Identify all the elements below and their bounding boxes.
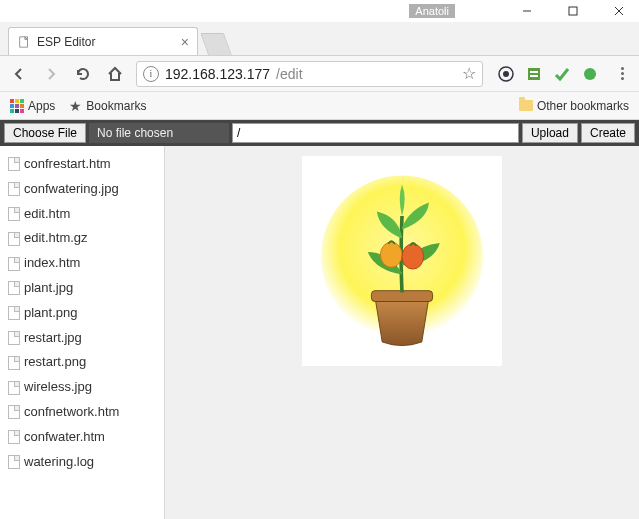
bookmarks-bar: Apps ★ Bookmarks Other bookmarks (0, 92, 639, 120)
star-icon: ★ (69, 98, 82, 114)
content-pane (165, 146, 639, 519)
file-name: confrestart.htm (24, 154, 111, 175)
file-name: index.htm (24, 253, 80, 274)
file-item[interactable]: index.htm (0, 251, 164, 276)
plant-illustration (312, 166, 492, 356)
svg-point-7 (584, 68, 596, 80)
extension-icon-2[interactable] (525, 65, 543, 83)
file-name: edit.htm (24, 204, 70, 225)
file-icon (8, 405, 20, 419)
apps-shortcut[interactable]: Apps (10, 99, 55, 113)
folder-icon (519, 100, 533, 111)
bookmark-star-icon[interactable]: ☆ (462, 64, 476, 83)
file-item[interactable]: watering.log (0, 450, 164, 475)
browser-menu-button[interactable] (613, 67, 631, 80)
file-icon (8, 306, 20, 320)
file-item[interactable]: confnetwork.htm (0, 400, 164, 425)
tab-favicon-page-icon (17, 35, 31, 49)
file-item[interactable]: plant.jpg (0, 276, 164, 301)
file-icon (8, 455, 20, 469)
choose-file-button[interactable]: Choose File (4, 123, 86, 143)
file-icon (8, 430, 20, 444)
editor-toolbar: Choose File No file chosen Upload Create (0, 120, 639, 146)
browser-tab[interactable]: ESP Editor × (8, 27, 198, 55)
file-icon (8, 157, 20, 171)
file-item[interactable]: confwatering.jpg (0, 177, 164, 202)
create-button[interactable]: Create (581, 123, 635, 143)
svg-rect-4 (528, 68, 540, 80)
svg-point-3 (503, 71, 509, 77)
window-maximize-button[interactable] (559, 1, 587, 21)
svg-rect-5 (530, 71, 538, 73)
apps-grid-icon (10, 99, 24, 113)
back-button[interactable] (8, 63, 30, 85)
apps-label: Apps (28, 99, 55, 113)
file-chosen-status: No file chosen (89, 123, 229, 143)
file-name: edit.htm.gz (24, 228, 88, 249)
file-item[interactable]: confrestart.htm (0, 152, 164, 177)
file-item[interactable]: edit.htm.gz (0, 226, 164, 251)
window-titlebar: Anatoli (0, 0, 639, 22)
extension-icon-4[interactable] (581, 65, 599, 83)
window-minimize-button[interactable] (513, 1, 541, 21)
file-item[interactable]: plant.png (0, 301, 164, 326)
editor-main: confrestart.htm confwatering.jpg edit.ht… (0, 146, 639, 519)
svg-rect-0 (569, 7, 577, 15)
file-name: watering.log (24, 452, 94, 473)
upload-button[interactable]: Upload (522, 123, 578, 143)
file-icon (8, 281, 20, 295)
forward-button[interactable] (40, 63, 62, 85)
extension-icon-3[interactable] (553, 65, 571, 83)
bookmarks-label: Bookmarks (86, 99, 146, 113)
other-bookmarks[interactable]: Other bookmarks (519, 99, 629, 113)
window-close-button[interactable] (605, 1, 633, 21)
file-item[interactable]: confwater.htm (0, 425, 164, 450)
file-icon (8, 356, 20, 370)
image-preview (302, 156, 502, 366)
tab-strip: ESP Editor × (0, 22, 639, 56)
file-name: plant.png (24, 303, 78, 324)
file-name: wireless.jpg (24, 377, 92, 398)
file-list-sidebar: confrestart.htm confwatering.jpg edit.ht… (0, 146, 165, 519)
site-info-icon[interactable]: i (143, 66, 159, 82)
address-bar[interactable]: i 192.168.123.177/edit ☆ (136, 61, 483, 87)
file-icon (8, 257, 20, 271)
file-item[interactable]: edit.htm (0, 202, 164, 227)
path-input[interactable] (232, 123, 519, 143)
extension-icons (493, 65, 603, 83)
browser-toolbar: i 192.168.123.177/edit ☆ (0, 56, 639, 92)
file-item[interactable]: restart.png (0, 350, 164, 375)
tab-close-icon[interactable]: × (181, 35, 189, 49)
bookmarks-folder[interactable]: ★ Bookmarks (69, 98, 146, 114)
svg-point-11 (402, 244, 424, 269)
file-name: plant.jpg (24, 278, 73, 299)
svg-rect-6 (530, 75, 538, 77)
file-icon (8, 381, 20, 395)
file-icon (8, 331, 20, 345)
reload-button[interactable] (72, 63, 94, 85)
file-name: restart.jpg (24, 328, 82, 349)
svg-point-10 (380, 242, 402, 267)
extension-icon-1[interactable] (497, 65, 515, 83)
new-tab-button[interactable] (200, 33, 232, 55)
file-icon (8, 207, 20, 221)
file-name: confwater.htm (24, 427, 105, 448)
file-name: confnetwork.htm (24, 402, 119, 423)
url-path: /edit (276, 66, 302, 82)
other-bookmarks-label: Other bookmarks (537, 99, 629, 113)
home-button[interactable] (104, 63, 126, 85)
file-item[interactable]: restart.jpg (0, 326, 164, 351)
file-name: confwatering.jpg (24, 179, 119, 200)
file-item[interactable]: wireless.jpg (0, 375, 164, 400)
url-host: 192.168.123.177 (165, 66, 270, 82)
file-name: restart.png (24, 352, 86, 373)
tab-title: ESP Editor (37, 35, 95, 49)
file-icon (8, 232, 20, 246)
file-icon (8, 182, 20, 196)
user-badge[interactable]: Anatoli (409, 4, 455, 18)
